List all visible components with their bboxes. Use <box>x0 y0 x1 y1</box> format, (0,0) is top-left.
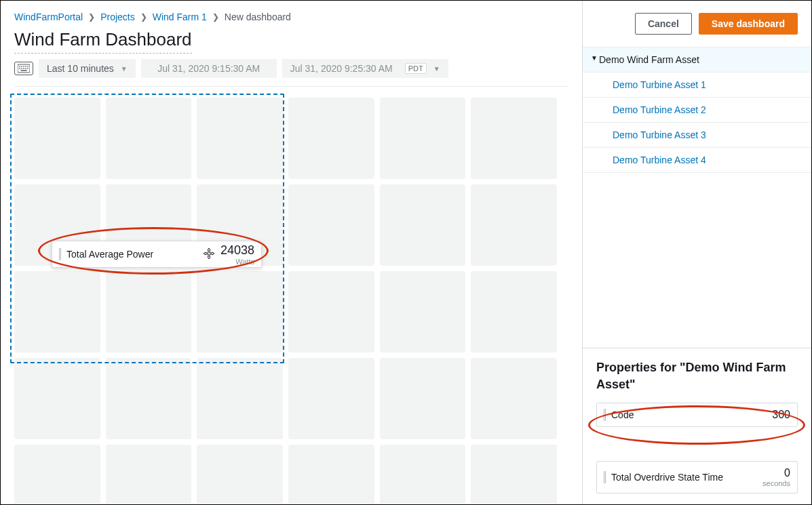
grid-tile[interactable] <box>380 184 466 266</box>
breadcrumb-link-portal[interactable]: WindFarmPortal <box>14 12 83 22</box>
svg-rect-6 <box>19 68 20 69</box>
grid-tile[interactable] <box>471 445 557 504</box>
grid-tile[interactable] <box>380 271 466 352</box>
grid-tile[interactable] <box>288 184 374 266</box>
grid-tile[interactable] <box>380 98 466 179</box>
grid-tile[interactable] <box>106 98 192 179</box>
grid-tile[interactable] <box>380 358 466 439</box>
grid-tile[interactable] <box>288 445 374 504</box>
breadcrumb-link-projects[interactable]: Projects <box>100 12 135 22</box>
asset-tree: ▼ Demo Wind Farm Asset Demo Turbine Asse… <box>583 47 811 348</box>
time-end[interactable]: Jul 31, 2020 9:25:30 AM PDT ▼ <box>282 59 448 78</box>
dragging-property-card[interactable]: Total Average Power 24038 Watts <box>52 241 262 268</box>
drag-handle-icon <box>604 471 606 483</box>
asset-tree-item[interactable]: Demo Turbine Asset 3 <box>583 123 811 148</box>
grid-tile[interactable] <box>14 445 100 504</box>
keyboard-icon[interactable] <box>14 62 33 75</box>
grid-tile[interactable] <box>106 358 192 439</box>
properties-title: Properties for "Demo Wind Farm Asset" <box>596 359 798 393</box>
drag-item-name: Total Average Power <box>66 249 197 260</box>
time-range-selector[interactable]: Last 10 minutes ▼ <box>39 59 136 78</box>
grid-tile[interactable] <box>471 184 557 266</box>
grid-tile[interactable] <box>14 98 100 179</box>
svg-rect-5 <box>27 66 28 67</box>
property-value: 0 <box>762 467 790 479</box>
drag-item-unit: Watts <box>220 258 254 266</box>
property-card[interactable]: Code 300 <box>596 403 798 427</box>
grid-tile[interactable] <box>471 271 557 352</box>
grid-tile[interactable] <box>288 271 374 352</box>
grid-tile[interactable] <box>380 445 466 504</box>
caret-down-icon: ▼ <box>433 65 440 73</box>
drag-handle-icon <box>604 409 606 421</box>
grid-tile[interactable] <box>471 358 557 439</box>
svg-rect-9 <box>25 68 26 69</box>
asset-tree-root[interactable]: ▼ Demo Wind Farm Asset <box>583 47 811 73</box>
grid-tile[interactable] <box>14 358 100 439</box>
chevron-right-icon: ❯ <box>88 12 95 22</box>
grid-tile[interactable] <box>197 98 283 179</box>
breadcrumb: WindFarmPortal ❯ Projects ❯ Wind Farm 1 … <box>14 12 568 22</box>
grid-tile[interactable] <box>106 271 192 352</box>
action-buttons: Cancel Save dashboard <box>583 1 811 47</box>
breadcrumb-current: New dashboard <box>225 12 291 22</box>
dashboard-grid[interactable] <box>14 98 557 504</box>
svg-rect-11 <box>21 70 27 71</box>
grid-tile[interactable] <box>288 358 374 439</box>
grid-tile[interactable] <box>106 445 192 504</box>
property-unit: seconds <box>762 479 790 487</box>
drag-item-value: 24038 <box>220 243 254 258</box>
grid-tile[interactable] <box>471 98 557 179</box>
svg-rect-4 <box>25 66 26 67</box>
property-value: 300 <box>772 409 790 421</box>
svg-rect-7 <box>21 68 22 69</box>
property-name: Code <box>611 409 772 420</box>
svg-rect-10 <box>27 68 28 69</box>
save-dashboard-button[interactable]: Save dashboard <box>699 13 798 35</box>
properties-panel: Properties for "Demo Wind Farm Asset" Co… <box>583 348 811 504</box>
drag-handle-icon <box>59 248 61 260</box>
divider <box>14 86 568 87</box>
property-name: Total Overdrive State Time <box>611 472 762 483</box>
grid-tile[interactable] <box>197 445 283 504</box>
svg-rect-1 <box>19 66 20 67</box>
timezone-badge: PDT <box>405 63 427 74</box>
chevron-right-icon: ❯ <box>212 12 219 22</box>
grid-tile[interactable] <box>14 271 100 352</box>
asset-tree-item[interactable]: Demo Turbine Asset 1 <box>583 73 811 98</box>
svg-rect-8 <box>23 68 24 69</box>
grid-tile[interactable] <box>197 358 283 439</box>
time-start[interactable]: Jul 31, 2020 9:15:30 AM <box>141 59 277 78</box>
page-title[interactable]: Wind Farm Dashboard <box>14 29 192 54</box>
caret-down-icon: ▼ <box>591 54 598 62</box>
svg-rect-3 <box>23 66 24 67</box>
grid-tile[interactable] <box>197 271 283 352</box>
asset-tree-item[interactable]: Demo Turbine Asset 2 <box>583 98 811 123</box>
asset-tree-item[interactable]: Demo Turbine Asset 4 <box>583 148 811 173</box>
chevron-right-icon: ❯ <box>140 12 147 22</box>
svg-rect-2 <box>21 66 22 67</box>
grid-tile[interactable] <box>288 98 374 179</box>
property-card[interactable]: Total Overdrive State Time 0 seconds <box>596 461 798 493</box>
move-cursor-icon <box>203 247 215 262</box>
caret-down-icon: ▼ <box>121 65 128 73</box>
cancel-button[interactable]: Cancel <box>635 13 692 35</box>
breadcrumb-link-farm[interactable]: Wind Farm 1 <box>153 12 207 22</box>
time-bar: Last 10 minutes ▼ Jul 31, 2020 9:15:30 A… <box>14 59 568 78</box>
